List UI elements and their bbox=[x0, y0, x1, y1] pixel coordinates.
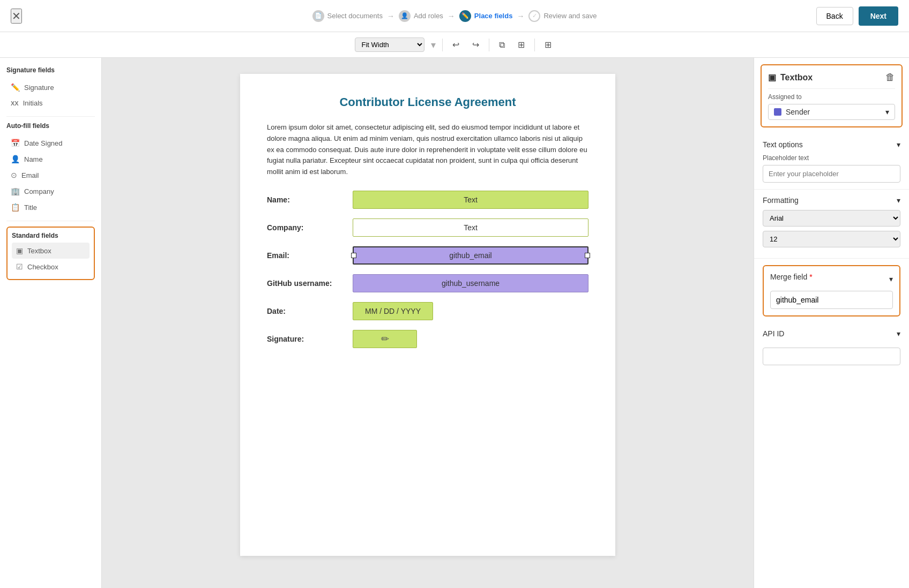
title-icon: 📋 bbox=[11, 203, 20, 212]
api-id-input[interactable] bbox=[763, 348, 900, 365]
step-select-icon: 📄 bbox=[312, 10, 324, 22]
name-icon: 👤 bbox=[11, 155, 20, 163]
field-company-value: Text bbox=[464, 223, 478, 232]
field-github-value: github_username bbox=[442, 279, 500, 288]
sidebar-divider-2 bbox=[6, 221, 95, 221]
field-row-name: Name: Text bbox=[267, 191, 588, 209]
font-select-row: Arial Times New Roman Helvetica Courier bbox=[763, 210, 900, 227]
text-options-chevron: ▾ bbox=[897, 140, 900, 149]
field-label-company: Company: bbox=[267, 223, 353, 232]
panel-top: ▣ Textbox 🗑 Assigned to Sender ▾ bbox=[761, 64, 903, 127]
sidebar-item-date-signed[interactable]: 📅 Date Signed bbox=[6, 135, 95, 151]
font-select[interactable]: Arial Times New Roman Helvetica Courier bbox=[763, 210, 900, 227]
textbox-panel-icon: ▣ bbox=[768, 72, 776, 82]
formatting-chevron: ▾ bbox=[897, 196, 900, 205]
sidebar-item-name-label: Name bbox=[24, 155, 43, 163]
step-select-label: Select documents bbox=[327, 12, 383, 20]
sidebar-item-signature[interactable]: ✏️ Signature bbox=[6, 79, 95, 95]
field-name-value: Text bbox=[464, 195, 478, 204]
text-options-header[interactable]: Text options ▾ bbox=[763, 140, 900, 149]
api-id-section: API ID ▾ bbox=[754, 323, 909, 372]
undo-button[interactable]: ↩ bbox=[449, 39, 463, 51]
step-arrow-1: → bbox=[387, 12, 394, 20]
close-button[interactable]: ✕ bbox=[11, 9, 22, 24]
main-layout: Signature fields ✏️ Signature XX Initial… bbox=[0, 58, 909, 588]
sidebar-item-company[interactable]: 🏢 Company bbox=[6, 183, 95, 199]
sidebar-item-title-label: Title bbox=[24, 203, 37, 212]
text-options-label: Text options bbox=[763, 140, 803, 149]
sidebar-item-checkbox-label: Checkbox bbox=[27, 263, 58, 271]
step-place-fields: ✏️ Place fields bbox=[459, 10, 513, 22]
field-label-date: Date: bbox=[267, 307, 353, 315]
step-review-label: Review and save bbox=[543, 12, 597, 20]
sender-color-dot bbox=[774, 108, 781, 116]
field-date-value: MM / DD / YYYY bbox=[365, 307, 421, 315]
standard-fields-title: Standard fields bbox=[12, 232, 90, 239]
trash-button[interactable]: 🗑 bbox=[885, 72, 895, 83]
sidebar-item-initials[interactable]: XX Initials bbox=[6, 95, 95, 111]
formatting-label: Formatting bbox=[763, 196, 799, 205]
assigned-to-label: Assigned to bbox=[768, 93, 895, 101]
panel-header: ▣ Textbox 🗑 bbox=[768, 72, 895, 83]
field-row-signature: Signature: ✏ bbox=[267, 330, 588, 348]
field-email-box[interactable]: github_email bbox=[353, 246, 588, 265]
field-github-box[interactable]: github_username bbox=[353, 274, 588, 292]
font-size-select[interactable]: 81011 12 1416182024 bbox=[763, 231, 900, 247]
field-company-box[interactable]: Text bbox=[353, 218, 588, 237]
textbox-icon: ▣ bbox=[16, 246, 23, 255]
merge-field-box: Merge field * ▾ bbox=[763, 265, 900, 316]
api-id-label: API ID bbox=[763, 329, 784, 338]
sidebar-item-checkbox[interactable]: ☑ Checkbox bbox=[12, 259, 90, 275]
paste-button[interactable]: ⊞ bbox=[515, 39, 528, 51]
field-row-email: Email: github_email bbox=[267, 246, 588, 265]
signature-icon: ✏️ bbox=[11, 83, 20, 92]
assigned-to-dropdown[interactable]: Sender ▾ bbox=[768, 104, 895, 120]
api-id-header[interactable]: API ID ▾ bbox=[763, 329, 900, 338]
step-review: ✓ Review and save bbox=[528, 10, 597, 22]
step-review-icon: ✓ bbox=[528, 10, 540, 22]
merge-field-label-row: Merge field * bbox=[770, 273, 813, 281]
toolbar-divider-1 bbox=[442, 39, 443, 51]
placeholder-input[interactable] bbox=[763, 165, 900, 183]
fit-width-select[interactable]: Fit Width Fit Page50%75%100% bbox=[355, 37, 424, 52]
sidebar-divider-1 bbox=[6, 116, 95, 117]
field-label-signature: Signature: bbox=[267, 335, 353, 343]
standard-fields-box: Standard fields ▣ Textbox ☑ Checkbox bbox=[6, 227, 95, 280]
back-button[interactable]: Back bbox=[816, 7, 853, 25]
sidebar-item-signature-label: Signature bbox=[24, 84, 54, 92]
merge-field-header[interactable]: Merge field * ▾ bbox=[770, 273, 893, 285]
field-row-github: GitHub username: github_username bbox=[267, 274, 588, 292]
panel-divider bbox=[768, 88, 895, 89]
sidebar-item-initials-label: Initials bbox=[23, 99, 43, 107]
stepper: 📄 Select documents → 👤 Add roles → ✏️ Pl… bbox=[312, 10, 597, 22]
sidebar-item-email[interactable]: ⊙ Email bbox=[6, 167, 95, 183]
text-options-section: Text options ▾ Placeholder text bbox=[754, 134, 909, 190]
next-button[interactable]: Next bbox=[859, 6, 898, 26]
redo-button[interactable]: ↪ bbox=[469, 39, 482, 51]
field-label-github: GitHub username: bbox=[267, 279, 353, 288]
document-body-text: Lorem ipsum dolor sit amet, consectetur … bbox=[267, 122, 588, 178]
panel-title: ▣ Textbox bbox=[768, 72, 813, 82]
field-name-box[interactable]: Text bbox=[353, 191, 588, 209]
sidebar-item-date-label: Date Signed bbox=[24, 139, 63, 147]
document-area: Contributor License Agreement Lorem ipsu… bbox=[102, 58, 754, 588]
merge-field-input[interactable] bbox=[770, 291, 893, 309]
field-date-box[interactable]: MM / DD / YYYY bbox=[353, 302, 433, 320]
step-add-roles: 👤 Add roles bbox=[399, 10, 443, 22]
textbox-panel-label: Textbox bbox=[780, 73, 813, 82]
step-roles-label: Add roles bbox=[414, 12, 443, 20]
email-icon: ⊙ bbox=[11, 171, 17, 179]
field-signature-box[interactable]: ✏ bbox=[353, 330, 417, 348]
grid-button[interactable]: ⊞ bbox=[541, 39, 555, 51]
left-sidebar: Signature fields ✏️ Signature XX Initial… bbox=[0, 58, 102, 588]
toolbar-divider-2 bbox=[489, 39, 489, 51]
sidebar-item-company-label: Company bbox=[24, 187, 54, 195]
sidebar-item-textbox[interactable]: ▣ Textbox bbox=[12, 243, 90, 259]
signature-fields-section: Signature fields ✏️ Signature XX Initial… bbox=[6, 66, 95, 111]
formatting-header[interactable]: Formatting ▾ bbox=[763, 196, 900, 205]
company-icon: 🏢 bbox=[11, 187, 20, 195]
sidebar-item-name[interactable]: 👤 Name bbox=[6, 151, 95, 167]
sidebar-item-title[interactable]: 📋 Title bbox=[6, 199, 95, 215]
copy-button[interactable]: ⧉ bbox=[496, 39, 508, 51]
step-place-icon: ✏️ bbox=[459, 10, 471, 22]
